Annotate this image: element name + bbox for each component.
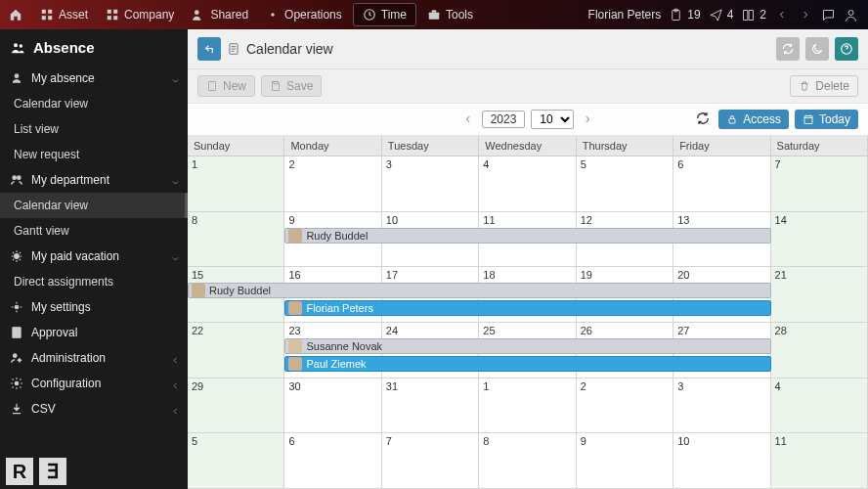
today-button[interactable]: Today	[795, 110, 858, 129]
nav-operations[interactable]: Operations	[257, 0, 351, 29]
avatar	[288, 301, 302, 315]
svg-point-20	[15, 254, 20, 259]
content-area: Calendar view New Save Delete	[188, 29, 868, 489]
weeks-grid: 1234567891011121314Rudy Buddel1516171819…	[188, 156, 868, 489]
year-input[interactable]: 2023	[482, 111, 526, 128]
nav-tools[interactable]: Tools	[418, 0, 482, 29]
svg-point-9	[271, 13, 275, 17]
day-cell[interactable]: 3	[673, 378, 770, 433]
month-select[interactable]: 10	[531, 110, 574, 129]
help-button[interactable]	[835, 37, 858, 61]
nav-shared[interactable]: Shared	[183, 0, 257, 29]
svg-rect-7	[113, 16, 117, 20]
sidebar-section[interactable]: CSV	[0, 396, 188, 422]
nav-company[interactable]: Company	[97, 0, 183, 29]
day-cell[interactable]: 1	[479, 378, 576, 433]
send-counter[interactable]: 4	[709, 8, 734, 22]
day-cell[interactable]: 4	[771, 378, 868, 433]
calendar-event[interactable]: Rudy Buddel	[284, 228, 770, 244]
access-button[interactable]: Access	[718, 110, 789, 129]
save-icon	[270, 80, 282, 92]
chat-icon	[821, 8, 836, 22]
section-icon	[10, 377, 23, 390]
day-cell[interactable]: 2	[284, 156, 381, 211]
topnav-right: Florian Peters 19 4 2	[588, 0, 868, 29]
day-cell[interactable]: 8	[188, 212, 284, 267]
day-cell[interactable]: 2	[577, 378, 673, 433]
svg-rect-30	[729, 119, 735, 124]
next-button[interactable]	[798, 7, 813, 22]
calendar-event[interactable]: Susanne Novak	[284, 338, 770, 354]
day-cell[interactable]: 8	[479, 433, 576, 488]
section-label: Approval	[31, 326, 77, 339]
day-cell[interactable]: 30	[284, 378, 381, 433]
day-cell[interactable]: 1	[188, 156, 284, 211]
calendar-event[interactable]: Florian Peters	[284, 300, 770, 316]
day-header: Sunday	[188, 136, 284, 156]
sidebar-section[interactable]: My department	[0, 167, 188, 193]
day-cell[interactable]: 31	[382, 378, 479, 433]
day-cell[interactable]: 9	[577, 433, 673, 488]
sidebar-subitem[interactable]: Gantt view	[0, 218, 188, 244]
calendar-event[interactable]: Paul Ziemek	[284, 356, 770, 372]
clipboard-counter[interactable]: 19	[669, 8, 700, 22]
sidebar-subitem[interactable]: Calendar view	[0, 91, 188, 116]
day-header: Wednesday	[479, 136, 576, 156]
day-cell[interactable]: 6	[673, 156, 770, 211]
nav-time[interactable]: Time	[353, 3, 416, 26]
avatar	[288, 339, 302, 353]
user-name[interactable]: Florian Peters	[588, 8, 662, 22]
refresh-header-button[interactable]	[776, 37, 800, 61]
people-icon	[192, 8, 205, 22]
day-cell[interactable]: 5	[577, 156, 673, 211]
day-cell[interactable]: 21	[771, 267, 868, 322]
event-name: Rudy Buddel	[306, 230, 368, 242]
sidebar-section[interactable]: My settings	[0, 294, 188, 320]
event-name: Paul Ziemek	[306, 358, 366, 370]
sidebar-section[interactable]: Administration	[0, 345, 188, 371]
section-icon	[10, 249, 23, 263]
prev-button[interactable]	[774, 7, 790, 22]
day-cell[interactable]: 28	[771, 323, 868, 378]
day-cell[interactable]: 5	[188, 433, 284, 488]
sidebar-section[interactable]: My absence	[0, 66, 188, 91]
chevron-icon	[171, 178, 180, 187]
sidebar-subitem[interactable]: Calendar view	[0, 193, 188, 218]
profile-button[interactable]	[844, 8, 858, 22]
svg-point-24	[19, 359, 21, 361]
calendar-icon	[803, 113, 814, 125]
prev-month-button[interactable]	[460, 111, 476, 127]
chat-button[interactable]	[821, 8, 836, 22]
delete-button[interactable]: Delete	[790, 75, 858, 97]
refresh-calendar-button[interactable]	[695, 111, 713, 128]
sidebar-section[interactable]: My paid vacation	[0, 244, 188, 269]
week-row: 2930311234	[188, 378, 868, 434]
day-cell[interactable]: 22	[188, 323, 284, 378]
day-cell[interactable]: 11	[771, 433, 868, 488]
logo-e: Ǝ	[39, 458, 66, 485]
moon-button[interactable]	[805, 37, 829, 61]
nav-asset[interactable]: Asset	[31, 0, 97, 29]
sidebar-subitem[interactable]: List view	[0, 116, 188, 142]
day-cell[interactable]: 7	[771, 156, 868, 211]
day-cell[interactable]: 6	[284, 433, 381, 488]
page-title: Calendar view	[227, 41, 333, 57]
day-cell[interactable]: 4	[479, 156, 576, 211]
up-button[interactable]	[197, 37, 221, 61]
sidebar-section[interactable]: Configuration	[0, 371, 188, 396]
sidebar-subitem[interactable]: New request	[0, 142, 188, 167]
sidebar-section[interactable]: Approval	[0, 320, 188, 345]
next-month-button[interactable]	[580, 111, 595, 127]
day-cell[interactable]: 29	[188, 378, 284, 433]
chevron-right-icon	[801, 10, 810, 20]
home-button[interactable]	[0, 0, 31, 29]
toolbar: New Save Delete	[188, 69, 868, 103]
day-cell[interactable]: 10	[673, 433, 770, 488]
chevron-left-icon	[777, 10, 787, 20]
day-cell[interactable]: 7	[382, 433, 479, 488]
day-cell[interactable]: 3	[382, 156, 479, 211]
calendar-event[interactable]: Rudy Buddel	[188, 283, 771, 298]
sidebar-subitem[interactable]: Direct assignments	[0, 269, 188, 294]
book-counter[interactable]: 2	[741, 8, 766, 22]
day-cell[interactable]: 14	[771, 212, 868, 267]
